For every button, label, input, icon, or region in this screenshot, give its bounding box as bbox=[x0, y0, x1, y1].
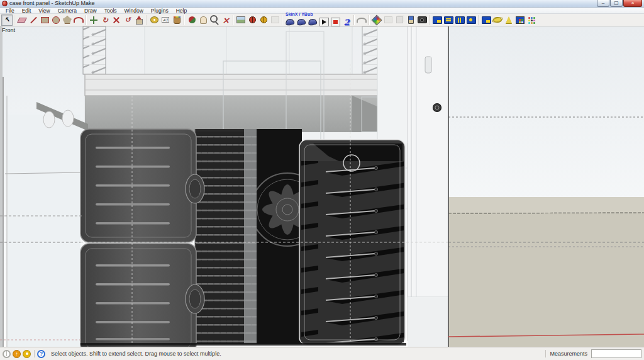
maximize-button[interactable]: ▢ bbox=[610, 0, 623, 7]
draw-group bbox=[16, 14, 84, 26]
arc-plugin-icon bbox=[357, 15, 367, 25]
paint-bucket-button[interactable] bbox=[171, 14, 182, 26]
menu-item-window[interactable]: Window bbox=[121, 8, 147, 14]
plugin-bug-gold-button[interactable] bbox=[258, 14, 269, 26]
skinx-group: SkinX / YBub bbox=[284, 12, 352, 28]
menu-item-plugins[interactable]: Plugins bbox=[147, 8, 172, 14]
select-group bbox=[1, 14, 13, 26]
layer-panel-3-button[interactable] bbox=[454, 14, 465, 26]
camera-group bbox=[186, 14, 231, 26]
help-icon[interactable] bbox=[37, 350, 45, 358]
menu-item-draw[interactable]: Draw bbox=[80, 8, 101, 14]
blue-panel-button[interactable] bbox=[480, 14, 492, 26]
modify-group bbox=[88, 14, 145, 26]
snapshot-camera-icon bbox=[417, 15, 427, 25]
misc-group bbox=[480, 14, 537, 26]
layer-panel-4-button[interactable] bbox=[465, 14, 477, 26]
saturn-tool-icon bbox=[492, 15, 502, 25]
circle-tool-button[interactable] bbox=[50, 14, 62, 26]
layer-panel-3-icon bbox=[455, 15, 465, 25]
layer-panel-2-icon bbox=[443, 15, 453, 25]
render-group bbox=[371, 14, 428, 26]
menu-item-file[interactable]: File bbox=[2, 8, 18, 14]
geolocation-icon[interactable] bbox=[3, 350, 11, 358]
zoom-extents-icon bbox=[221, 15, 231, 25]
arc-tool-icon bbox=[74, 15, 84, 25]
tape-measure-button[interactable] bbox=[148, 14, 160, 26]
view-orientation-label: Front bbox=[2, 27, 15, 33]
zoom-extents-button[interactable] bbox=[220, 14, 231, 26]
rotate-tool-icon bbox=[100, 15, 110, 25]
skinx-play-icon bbox=[319, 18, 329, 26]
color-wheel-button[interactable] bbox=[371, 14, 382, 26]
measurements-input[interactable] bbox=[591, 349, 641, 358]
shadow-views-button[interactable] bbox=[235, 14, 247, 26]
pushpull-tool-button[interactable] bbox=[133, 14, 145, 26]
measurements-label: Measurements bbox=[550, 351, 587, 357]
menu-item-edit[interactable]: Edit bbox=[18, 8, 35, 14]
model-credit-icon[interactable] bbox=[23, 350, 31, 358]
ground-plane bbox=[448, 197, 644, 347]
circle-tool-icon bbox=[51, 15, 61, 25]
cone-tool-icon bbox=[504, 15, 514, 25]
toolbar-separator bbox=[369, 15, 370, 25]
claim-model-icon[interactable] bbox=[13, 350, 21, 358]
orbit-tool-button[interactable] bbox=[186, 14, 197, 26]
text-tool-button[interactable] bbox=[160, 14, 171, 26]
refresh-tool-icon bbox=[123, 15, 133, 25]
cone-tool-button[interactable] bbox=[503, 14, 514, 26]
toolbar-separator bbox=[146, 15, 147, 25]
menu-item-camera[interactable]: Camera bbox=[54, 8, 80, 14]
zoom-tool-button[interactable] bbox=[209, 14, 220, 26]
screw-head bbox=[433, 104, 441, 112]
toolbar: SkinX / YBub bbox=[0, 14, 644, 26]
polygon-tool-button[interactable] bbox=[62, 14, 73, 26]
close-button[interactable]: × bbox=[623, 0, 642, 7]
pixel-dots-button[interactable] bbox=[526, 14, 537, 26]
orbit-tool-icon bbox=[187, 15, 197, 25]
export-2d-button bbox=[382, 14, 394, 26]
center-louver-stack bbox=[195, 129, 259, 344]
snapshot-camera-button[interactable] bbox=[416, 14, 428, 26]
plugin-bug-red-button[interactable] bbox=[247, 14, 258, 26]
layer-panel-2-button[interactable] bbox=[443, 14, 454, 26]
menu-item-help[interactable]: Help bbox=[172, 8, 191, 14]
arc-tool-button[interactable] bbox=[73, 14, 84, 26]
sketchup-logo-icon bbox=[2, 1, 8, 6]
color-wheel-icon bbox=[372, 15, 382, 25]
rectangle-tool-icon bbox=[40, 15, 50, 25]
pixel-dots-icon bbox=[526, 15, 536, 25]
menu-item-view[interactable]: View bbox=[35, 8, 53, 14]
status-bar: Select objects. Shift to extend select. … bbox=[0, 347, 644, 360]
status-message: Select objects. Shift to extend select. … bbox=[51, 351, 545, 357]
arc-plugin-button[interactable] bbox=[356, 14, 367, 26]
window-title: case front panel - SketchUp Make bbox=[9, 0, 95, 7]
scale-tool-button[interactable] bbox=[111, 14, 122, 26]
layer-panel-1-button[interactable] bbox=[431, 14, 443, 26]
rectangle-tool-button[interactable] bbox=[39, 14, 50, 26]
color-grid-button[interactable] bbox=[514, 14, 526, 26]
saturn-tool-button[interactable] bbox=[492, 14, 503, 26]
arc-plugin-group bbox=[356, 14, 367, 26]
toolbar-separator bbox=[282, 15, 283, 25]
toolbar-separator bbox=[233, 15, 234, 25]
menu-item-tools[interactable]: Tools bbox=[101, 8, 121, 14]
line-tool-button[interactable] bbox=[28, 14, 39, 26]
battery-plugin-button[interactable] bbox=[405, 14, 416, 26]
eraser-tool-button[interactable] bbox=[16, 14, 28, 26]
scale-tool-icon bbox=[111, 15, 121, 25]
select-tool-button[interactable] bbox=[1, 14, 13, 26]
rotate-tool-button[interactable] bbox=[99, 14, 111, 26]
move-tool-button[interactable] bbox=[88, 14, 99, 26]
text-tool-icon bbox=[160, 15, 170, 25]
front-bezel-lower bbox=[80, 244, 204, 347]
refresh-tool-button[interactable] bbox=[122, 14, 133, 26]
window-controls: –▢× bbox=[596, 0, 642, 7]
shadow-views-icon bbox=[236, 15, 246, 25]
viewport[interactable]: Front bbox=[0, 26, 644, 347]
viewport-3d-scene[interactable] bbox=[0, 26, 644, 347]
toolbar-separator bbox=[14, 15, 15, 25]
skinx-ybub-label: SkinX / YBub bbox=[286, 12, 313, 16]
minimize-button[interactable]: – bbox=[597, 0, 609, 7]
pan-tool-button[interactable] bbox=[197, 14, 209, 26]
